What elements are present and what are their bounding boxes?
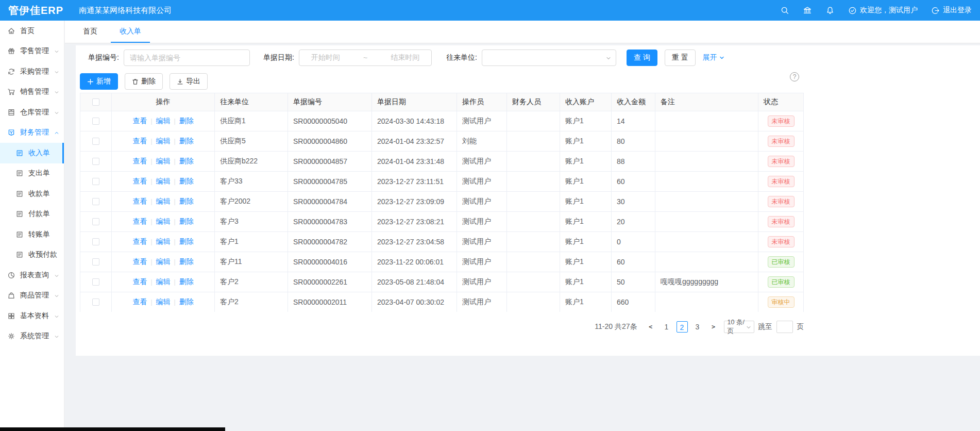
row-checkbox[interactable] xyxy=(92,238,99,245)
sidebar-item-sales[interactable]: 销售管理 xyxy=(0,82,64,103)
link-divider: | xyxy=(150,218,152,225)
sidebar-item-label: 系统管理 xyxy=(20,331,49,341)
sidebar-item-warehouse[interactable]: 仓库管理 xyxy=(0,102,64,123)
select-all-checkbox[interactable] xyxy=(92,98,99,106)
table-row: 查看|编辑|删除客户11SR000000040162023-11-22 00:0… xyxy=(80,252,803,272)
sidebar-item-system[interactable]: 系统管理 xyxy=(0,326,64,347)
link-divider: | xyxy=(150,299,152,306)
row-checkbox[interactable] xyxy=(92,158,99,165)
cell-operator: 刘能 xyxy=(457,131,507,151)
edit-link[interactable]: 编辑 xyxy=(156,157,171,166)
search-icon[interactable] xyxy=(780,6,789,15)
next-page-button[interactable]: > xyxy=(707,321,720,333)
date-range-input[interactable]: 开始时间 ~ 结束时间 xyxy=(299,49,432,66)
prev-page-button[interactable]: < xyxy=(645,321,657,333)
edit-link[interactable]: 编辑 xyxy=(156,117,171,126)
edit-link[interactable]: 编辑 xyxy=(156,297,171,307)
row-checkbox[interactable] xyxy=(92,299,99,306)
delete-link[interactable]: 删除 xyxy=(179,197,194,206)
edit-link[interactable]: 编辑 xyxy=(156,257,171,267)
sidebar-subitem-transfer[interactable]: 转账单 xyxy=(0,224,64,245)
page-number-1[interactable]: 1 xyxy=(661,321,672,333)
delete-link[interactable]: 删除 xyxy=(179,277,194,287)
cell-doc-no: SR00000004016 xyxy=(288,252,372,272)
edit-link[interactable]: 编辑 xyxy=(156,137,171,146)
row-checkbox[interactable] xyxy=(92,138,99,145)
row-checkbox[interactable] xyxy=(92,178,99,185)
sidebar-item-goods[interactable]: 商品管理 xyxy=(0,286,64,306)
sidebar-item-home[interactable]: 首页 xyxy=(0,21,64,41)
delete-link[interactable]: 删除 xyxy=(179,237,194,246)
export-button[interactable]: 导出 xyxy=(170,73,208,90)
column-header-select xyxy=(80,93,112,111)
add-button[interactable]: 新增 xyxy=(80,73,118,90)
delete-link[interactable]: 删除 xyxy=(179,217,194,226)
cell-remark xyxy=(655,292,758,312)
app-logo[interactable]: 管伊佳ERP xyxy=(8,4,63,18)
reset-button[interactable]: 重 置 xyxy=(665,49,696,66)
delete-link[interactable]: 删除 xyxy=(179,257,194,267)
sidebar-item-retail[interactable]: 零售管理 xyxy=(0,41,64,62)
tab-income[interactable]: 收入单 xyxy=(111,21,150,43)
edit-link[interactable]: 编辑 xyxy=(156,237,171,246)
sidebar-item-reports[interactable]: 报表查询 xyxy=(0,265,64,286)
help-icon[interactable]: ? xyxy=(790,72,799,81)
row-checkbox[interactable] xyxy=(92,118,99,125)
doc-no-input[interactable] xyxy=(124,49,250,66)
bank-icon[interactable] xyxy=(803,6,812,15)
delete-button[interactable]: 删除 xyxy=(125,73,163,90)
welcome-user[interactable]: 欢迎您，测试用户 xyxy=(848,6,918,15)
edit-link[interactable]: 编辑 xyxy=(156,177,171,186)
doc-icon xyxy=(15,210,24,218)
partner-select[interactable] xyxy=(482,49,616,66)
page-number-3[interactable]: 3 xyxy=(692,321,703,333)
delete-link[interactable]: 删除 xyxy=(179,137,194,146)
edit-link[interactable]: 编辑 xyxy=(156,217,171,226)
page-size-select[interactable]: 10 条/页 xyxy=(724,321,754,333)
delete-link[interactable]: 删除 xyxy=(179,177,194,186)
logout-button[interactable]: 退出登录 xyxy=(931,6,972,15)
view-link[interactable]: 查看 xyxy=(132,197,147,206)
sidebar-item-purchase[interactable]: 采购管理 xyxy=(0,61,64,82)
view-link[interactable]: 查看 xyxy=(132,277,147,287)
bell-icon[interactable] xyxy=(825,6,835,15)
sidebar-subitem-expense[interactable]: 支出单 xyxy=(0,163,64,184)
view-link[interactable]: 查看 xyxy=(132,137,147,146)
delete-link[interactable]: 删除 xyxy=(179,157,194,166)
row-checkbox[interactable] xyxy=(92,218,99,225)
cell-finance-staff xyxy=(507,192,560,211)
sidebar-item-basic[interactable]: 基本资料 xyxy=(0,306,64,326)
column-header-doc_no: 单据编号 xyxy=(288,93,372,111)
edit-link[interactable]: 编辑 xyxy=(156,197,171,206)
delete-link[interactable]: 删除 xyxy=(179,117,194,126)
cell-finance-staff xyxy=(507,172,560,191)
view-link[interactable]: 查看 xyxy=(132,157,147,166)
jump-page-input[interactable] xyxy=(776,321,793,333)
view-link[interactable]: 查看 xyxy=(132,117,147,126)
page-number-2[interactable]: 2 xyxy=(677,321,688,333)
sidebar-item-finance[interactable]: 财务管理 xyxy=(0,123,64,143)
doc-icon xyxy=(15,149,24,157)
view-link[interactable]: 查看 xyxy=(132,217,147,226)
top-header: 管伊佳ERP 南通某某网络科技有限公司 欢迎您，测试用户 退出登录 xyxy=(0,0,980,21)
search-button[interactable]: 查 询 xyxy=(627,49,657,66)
row-checkbox[interactable] xyxy=(92,278,99,286)
sidebar-subitem-income[interactable]: 收入单 xyxy=(0,143,64,163)
row-checkbox[interactable] xyxy=(92,198,99,205)
expand-link[interactable]: 展开 xyxy=(703,53,725,62)
view-link[interactable]: 查看 xyxy=(132,237,147,246)
delete-link[interactable]: 删除 xyxy=(179,297,194,307)
view-link[interactable]: 查看 xyxy=(132,177,147,186)
tab-home[interactable]: 首页 xyxy=(74,21,106,43)
view-link[interactable]: 查看 xyxy=(132,297,147,307)
sidebar-subitem-prepaid[interactable]: 收预付款 xyxy=(0,245,64,266)
table-row: 查看|编辑|删除客户2002SR000000047842023-12-27 23… xyxy=(80,191,803,211)
sidebar-subitem-payment[interactable]: 付款单 xyxy=(0,204,64,225)
sidebar-subitem-label: 收入单 xyxy=(28,148,50,158)
edit-link[interactable]: 编辑 xyxy=(156,277,171,287)
gift-icon xyxy=(7,47,15,55)
sidebar-subitem-receipt[interactable]: 收款单 xyxy=(0,184,64,204)
view-link[interactable]: 查看 xyxy=(132,257,147,267)
cell-select xyxy=(80,111,112,131)
row-checkbox[interactable] xyxy=(92,258,99,266)
